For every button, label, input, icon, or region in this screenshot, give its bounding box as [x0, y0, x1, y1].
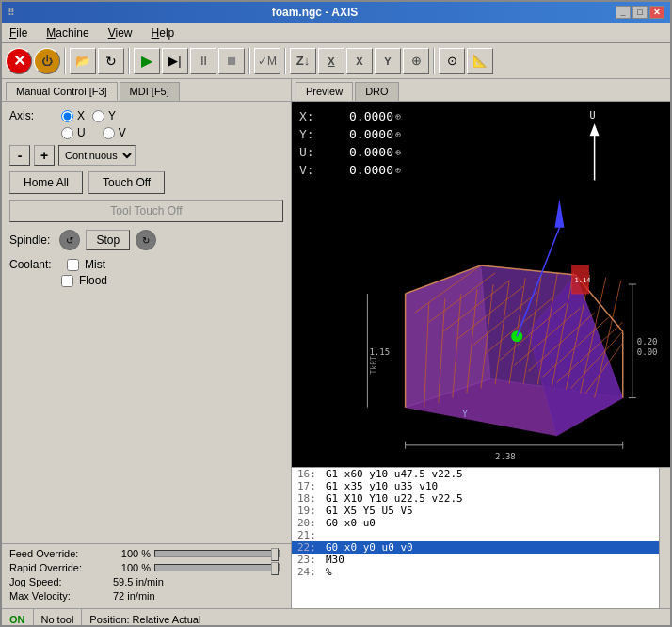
- maximize-button[interactable]: □: [632, 6, 648, 19]
- code-scrollbar[interactable]: [659, 468, 670, 608]
- dro-overlay: X: 0.0000 ⊕ Y: 0.0000 ⊕ U: 0.0000 ⊕ V: 0…: [299, 109, 401, 181]
- touchoff-z-button[interactable]: Z↓: [290, 48, 316, 74]
- dro-x-value: 0.0000: [318, 109, 393, 123]
- line-code: G1 X10 Y10 u22.5 v22.5: [326, 492, 463, 505]
- line-code: M30: [326, 554, 344, 566]
- max-velocity-label: Max Velocity:: [9, 590, 113, 602]
- code-line[interactable]: 17:G1 x35 y10 u35 v10: [292, 480, 670, 492]
- code-line[interactable]: 19:G1 X5 Y5 U5 V5: [292, 505, 670, 517]
- touchoff-cross-button[interactable]: ⊕: [403, 48, 429, 74]
- menu-machine[interactable]: Machine: [42, 25, 92, 40]
- rapid-override-track[interactable]: [154, 564, 280, 571]
- window-controls: _ □ ✕: [616, 6, 664, 19]
- axis-v-radio[interactable]: [103, 127, 115, 139]
- power-button[interactable]: ⏻: [34, 48, 60, 74]
- pause-button[interactable]: ⏸: [190, 48, 216, 74]
- jog-plus-button[interactable]: +: [34, 145, 55, 166]
- stop-run-button[interactable]: ⏹: [218, 48, 245, 74]
- axis-x-radio[interactable]: [61, 110, 73, 122]
- touchoff-x-button[interactable]: X: [318, 48, 344, 74]
- close-button[interactable]: ✕: [649, 6, 664, 19]
- rapid-override-thumb[interactable]: [271, 562, 279, 575]
- feed-override-thumb[interactable]: [271, 548, 279, 561]
- tb-sep1: [64, 48, 66, 74]
- tab-mdi[interactable]: MDI [F5]: [120, 82, 180, 101]
- axis-u-radio[interactable]: [61, 127, 73, 139]
- line-number: 18:: [297, 492, 326, 505]
- line-number: 19:: [297, 505, 326, 517]
- status-position: Position: Relative Actual: [82, 609, 670, 627]
- left-panel: Manual Control [F3] MDI [F5] Axis: X Y: [2, 79, 292, 608]
- code-line[interactable]: 23:M30: [292, 554, 670, 566]
- tab-preview[interactable]: Preview: [296, 82, 353, 101]
- axis-v-label[interactable]: V: [103, 126, 126, 139]
- svg-text:U: U: [590, 110, 596, 121]
- preview-area: X: 0.0000 ⊕ Y: 0.0000 ⊕ U: 0.0000 ⊕ V: 0…: [292, 102, 670, 467]
- step-button[interactable]: ▶|: [162, 48, 188, 74]
- window-title: foam.ngc - AXIS: [272, 6, 359, 19]
- coolant-flood-checkbox[interactable]: [61, 275, 73, 287]
- axis-u-label[interactable]: U: [61, 126, 86, 139]
- menu-help[interactable]: Help: [148, 25, 179, 40]
- open-button[interactable]: 📂: [70, 48, 96, 74]
- jog-row: - + Continuous 0.0001 0.001 0.01 0.1: [9, 145, 283, 166]
- dro-y-axis: Y:: [299, 127, 318, 141]
- view-button[interactable]: ⊙: [439, 48, 465, 74]
- code-line[interactable]: 18:G1 X10 Y10 u22.5 v22.5: [292, 492, 670, 505]
- menu-view[interactable]: View: [104, 25, 136, 40]
- right-panel: Preview DRO X: 0.0000 ⊕ Y: 0.0000 ⊕ U:: [292, 79, 670, 608]
- axis-x-label[interactable]: X: [61, 109, 85, 122]
- menu-file[interactable]: File: [6, 25, 31, 40]
- jog-minus-button[interactable]: -: [9, 145, 30, 166]
- axis-y-radio[interactable]: [92, 110, 104, 122]
- touch-off-button[interactable]: Touch Off: [88, 171, 165, 194]
- coolant-mist-checkbox[interactable]: [67, 259, 79, 271]
- spindle-label: Spindle:: [9, 233, 50, 247]
- override-section: Feed Override: 100 % Rapid Override: 100…: [2, 543, 291, 608]
- run-button[interactable]: ▶: [134, 48, 160, 74]
- jog-mode-select[interactable]: Continuous 0.0001 0.001 0.01 0.1: [58, 145, 136, 166]
- dro-u-icon: ⊕: [395, 147, 401, 157]
- axis-y-label[interactable]: Y: [92, 109, 116, 122]
- tab-dro[interactable]: DRO: [355, 82, 398, 101]
- axis-radio-group2: U V: [61, 126, 126, 139]
- coolant-section: Coolant: Mist Flood: [9, 258, 283, 287]
- verify-button[interactable]: ✓M: [254, 48, 280, 74]
- touchoff-y-button[interactable]: Y: [375, 48, 401, 74]
- code-line[interactable]: 20:G0 x0 u0: [292, 517, 670, 529]
- code-line[interactable]: 21:: [292, 529, 670, 541]
- code-listing[interactable]: 16:G1 x60 y10 u47.5 v22.517:G1 x35 y10 u…: [292, 467, 670, 608]
- line-number: 21:: [297, 529, 326, 541]
- home-all-button[interactable]: Home All: [9, 171, 83, 194]
- code-line[interactable]: 22:G0 x0 y0 u0 v0: [292, 541, 670, 554]
- tab-manual[interactable]: Manual Control [F3]: [6, 82, 118, 101]
- dro-v-axis: V:: [299, 163, 318, 177]
- spindle-ccw-icon[interactable]: ↺: [59, 230, 80, 250]
- rapid-override-value: 100 %: [113, 562, 151, 573]
- jog-speed-label: Jog Speed:: [9, 576, 113, 587]
- tb-sep4: [284, 48, 286, 74]
- estop-button[interactable]: ✕: [6, 48, 32, 74]
- feed-override-value: 100 %: [113, 548, 151, 559]
- tb-sep5: [433, 48, 435, 74]
- tool-touch-off-row: Tool Touch Off: [9, 200, 283, 222]
- spindle-stop-button[interactable]: Stop: [86, 230, 130, 250]
- manual-panel: Axis: X Y U: [2, 102, 291, 543]
- touchoff-x2-button[interactable]: X: [346, 48, 373, 74]
- line-number: 16:: [297, 468, 326, 480]
- feed-override-track[interactable]: [154, 550, 280, 557]
- menubar: File Machine View Help: [2, 23, 670, 43]
- tool-touch-off-button[interactable]: Tool Touch Off: [9, 200, 283, 222]
- statusbar: ON No tool Position: Relative Actual: [2, 608, 670, 627]
- ruler-button[interactable]: 📐: [467, 48, 493, 74]
- line-code: G1 X5 Y5 U5 V5: [326, 505, 413, 517]
- dro-u-row: U: 0.0000 ⊕: [299, 145, 401, 159]
- code-line[interactable]: 16:G1 x60 y10 u47.5 v22.5: [292, 468, 670, 480]
- spindle-cw-icon[interactable]: ↻: [136, 230, 156, 250]
- minimize-button[interactable]: _: [616, 6, 631, 19]
- reload-button[interactable]: ↻: [98, 48, 124, 74]
- code-line[interactable]: 24:%: [292, 566, 670, 578]
- dro-y-value: 0.0000: [318, 127, 393, 141]
- axis-u-text: U: [77, 126, 86, 139]
- line-code: G1 x60 y10 u47.5 v22.5: [326, 468, 463, 480]
